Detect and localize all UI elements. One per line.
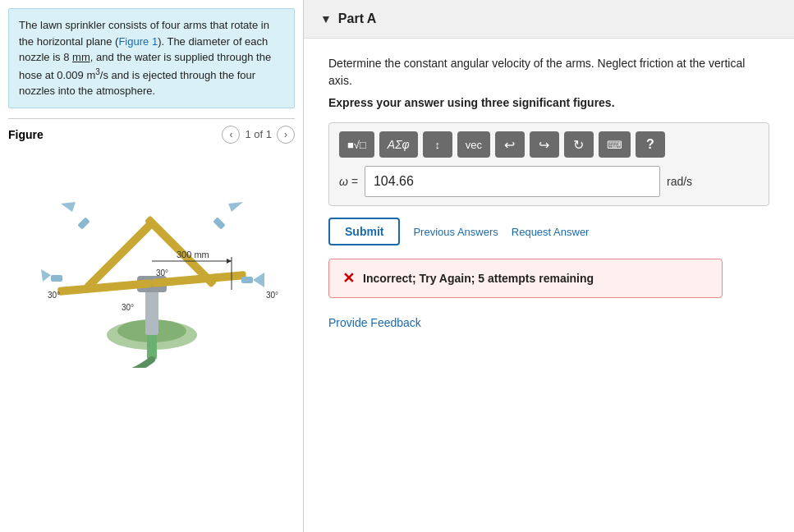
input-row: ω = rad/s	[339, 166, 759, 197]
figure-nav: ‹ 1 of 1 ›	[222, 126, 295, 144]
redo-button[interactable]: ↪	[530, 131, 559, 158]
error-icon: ✕	[342, 269, 355, 287]
figure-link[interactable]: Figure 1	[118, 35, 158, 48]
submit-button[interactable]: Submit	[328, 218, 400, 245]
figure-nav-text: 1 of 1	[245, 128, 272, 140]
previous-answers-link[interactable]: Previous Answers	[413, 226, 498, 238]
keyboard-button[interactable]: ⌨	[599, 131, 631, 158]
sprinkler-diagram: 300 mm 30° 30° 30° 30°	[25, 154, 279, 368]
svg-rect-17	[147, 335, 157, 360]
symbol-button[interactable]: AΣφ	[379, 131, 418, 158]
matrix-button[interactable]: ■√□	[339, 131, 374, 158]
figure-image-area: 300 mm 30° 30° 30° 30°	[8, 150, 295, 372]
part-content: Determine the constant angular velocity …	[304, 39, 794, 346]
svg-rect-2	[145, 286, 158, 335]
refresh-button[interactable]: ↻	[564, 131, 594, 158]
svg-rect-11	[241, 277, 253, 283]
collapse-arrow[interactable]: ▼	[320, 12, 332, 25]
svg-text:30°: 30°	[156, 268, 168, 277]
updown-button[interactable]: ↕	[423, 131, 452, 158]
problem-description: The lawn sprinkler consists of four arms…	[8, 8, 295, 108]
error-box: ✕ Incorrect; Try Again; 5 attempts remai…	[328, 259, 723, 298]
undo-button[interactable]: ↩	[495, 131, 525, 158]
svg-marker-16	[228, 202, 243, 212]
svg-text:30°: 30°	[48, 291, 60, 300]
part-title: Part A	[338, 11, 377, 26]
figure-section: Figure ‹ 1 of 1 ›	[8, 118, 295, 372]
svg-text:30°: 30°	[266, 291, 278, 300]
svg-text:30°: 30°	[122, 303, 134, 312]
svg-marker-12	[253, 273, 264, 287]
help-button[interactable]: ?	[636, 131, 665, 158]
svg-marker-10	[41, 269, 51, 282]
question-text: Determine the constant angular velocity …	[328, 55, 769, 89]
request-answer-link[interactable]: Request Answer	[512, 226, 590, 238]
left-panel: The lawn sprinkler consists of four arms…	[0, 0, 304, 532]
figure-label: Figure	[8, 128, 44, 141]
vec-button[interactable]: vec	[457, 131, 490, 158]
unit-label: rad/s	[667, 175, 692, 188]
svg-marker-14	[61, 202, 76, 212]
description-text: The lawn sprinkler consists of four arms…	[19, 19, 271, 97]
math-toolbar: ■√□ AΣφ ↕ vec ↩ ↪ ↻ ⌨ ? ω = rad/s	[328, 122, 769, 206]
part-header: ▼ Part A	[304, 0, 794, 39]
figure-prev-button[interactable]: ‹	[222, 126, 240, 144]
svg-rect-9	[51, 275, 62, 282]
omega-label: ω =	[339, 175, 358, 188]
svg-rect-5	[57, 279, 152, 296]
provide-feedback-link[interactable]: Provide Feedback	[328, 316, 769, 329]
action-row: Submit Previous Answers Request Answer	[328, 218, 769, 245]
figure-next-button[interactable]: ›	[277, 126, 295, 144]
figure-header: Figure ‹ 1 of 1 ›	[8, 126, 295, 144]
error-text: Incorrect; Try Again; 5 attempts remaini…	[363, 272, 594, 285]
express-text: Express your answer using three signific…	[328, 96, 769, 109]
svg-rect-13	[77, 217, 90, 230]
answer-input[interactable]	[365, 166, 660, 197]
svg-text:300 mm: 300 mm	[177, 250, 209, 259]
toolbar-row: ■√□ AΣφ ↕ vec ↩ ↪ ↻ ⌨ ?	[339, 131, 759, 158]
svg-rect-15	[213, 217, 226, 230]
right-panel: ▼ Part A Determine the constant angular …	[304, 0, 794, 532]
